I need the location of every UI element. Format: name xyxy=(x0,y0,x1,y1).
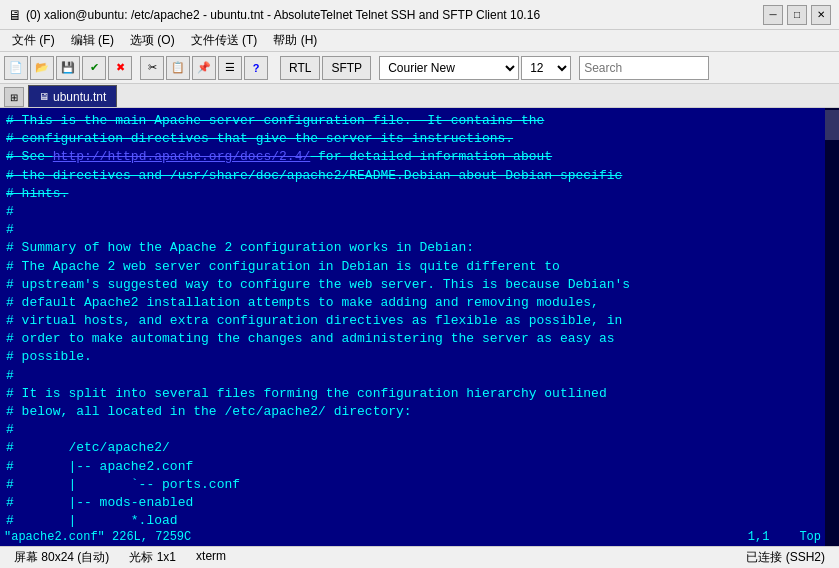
title-bar: 🖥 (0) xalion@ubuntu: /etc/apache2 - ubun… xyxy=(0,0,839,30)
terminal-line: # virtual hosts, and extra configuration… xyxy=(6,312,833,330)
tab-icon: 🖥 xyxy=(39,91,49,102)
close-button[interactable]: ✕ xyxy=(811,5,831,25)
list-button[interactable]: ☰ xyxy=(218,56,242,80)
status-right: 已连接 (SSH2) xyxy=(740,549,831,566)
terminal-line: # xyxy=(6,421,833,439)
connection-status: 已连接 (SSH2) xyxy=(740,549,831,566)
terminal-line: # the directives and /usr/share/doc/apac… xyxy=(6,167,833,185)
vim-position: 1,1 xyxy=(748,530,770,544)
terminal-line: # upstream's suggested way to configure … xyxy=(6,276,833,294)
menu-help[interactable]: 帮助 (H) xyxy=(265,30,325,51)
menu-file[interactable]: 文件 (F) xyxy=(4,30,63,51)
vim-filepath: "apache2.conf" 226L, 7259C xyxy=(4,530,748,544)
terminal-line: # possible. xyxy=(6,348,833,366)
menu-edit[interactable]: 编辑 (E) xyxy=(63,30,122,51)
app-icon: 🖥 xyxy=(8,7,22,23)
terminal-line: # xyxy=(6,203,833,221)
terminal-line: # It is split into several files forming… xyxy=(6,385,833,403)
terminal-line: # xyxy=(6,367,833,385)
screen-info: 屏幕 80x24 (自动) xyxy=(8,549,115,566)
font-selector[interactable]: Courier New xyxy=(379,56,519,80)
tab-grid-button[interactable]: ⊞ xyxy=(4,87,24,107)
terminal-line: # See http://httpd.apache.org/docs/2.4/ … xyxy=(6,148,833,166)
terminal-line: # hints. xyxy=(6,185,833,203)
rtl-button[interactable]: RTL xyxy=(280,56,320,80)
terminal-line: # configuration directives that give the… xyxy=(6,130,833,148)
terminal-line: # below, all located in the /etc/apache2… xyxy=(6,403,833,421)
connect-button[interactable]: ✔ xyxy=(82,56,106,80)
font-size-selector[interactable]: 12 xyxy=(521,56,571,80)
terminal-line: # xyxy=(6,221,833,239)
disconnect-button[interactable]: ✖ xyxy=(108,56,132,80)
scrollbar[interactable] xyxy=(825,108,839,546)
terminal-type: xterm xyxy=(190,549,232,566)
terminal-tab[interactable]: 🖥 ubuntu.tnt xyxy=(28,85,117,107)
tab-bar: ⊞ 🖥 ubuntu.tnt xyxy=(0,84,839,108)
window-controls: ─ □ ✕ xyxy=(763,5,831,25)
terminal-line: # This is the main Apache server configu… xyxy=(6,112,833,130)
minimize-button[interactable]: ─ xyxy=(763,5,783,25)
tab-label: ubuntu.tnt xyxy=(53,90,106,104)
toolbar: 📄 📂 💾 ✔ ✖ ✂ 📋 📌 ☰ ? RTL SFTP Courier New… xyxy=(0,52,839,84)
cut-button[interactable]: ✂ xyxy=(140,56,164,80)
terminal-area[interactable]: # This is the main Apache server configu… xyxy=(0,108,839,546)
menu-bar: 文件 (F) 编辑 (E) 选项 (O) 文件传送 (T) 帮助 (H) xyxy=(0,30,839,52)
terminal-line: # /etc/apache2/ xyxy=(6,439,833,457)
cursor-info: 光标 1x1 xyxy=(123,549,182,566)
terminal-line: # | `-- ports.conf xyxy=(6,476,833,494)
status-left: 屏幕 80x24 (自动) 光标 1x1 xterm xyxy=(8,549,740,566)
apache-docs-link[interactable]: http://httpd.apache.org/docs/2.4/ xyxy=(53,149,310,164)
window-title: (0) xalion@ubuntu: /etc/apache2 - ubuntu… xyxy=(26,8,763,22)
copy-button[interactable]: 📋 xyxy=(166,56,190,80)
menu-transfer[interactable]: 文件传送 (T) xyxy=(183,30,266,51)
terminal-line: # |-- mods-enabled xyxy=(6,494,833,512)
new-button[interactable]: 📄 xyxy=(4,56,28,80)
status-bar: 屏幕 80x24 (自动) 光标 1x1 xterm 已连接 (SSH2) xyxy=(0,546,839,568)
search-input[interactable] xyxy=(579,56,709,80)
terminal-line: # The Apache 2 web server configuration … xyxy=(6,258,833,276)
menu-options[interactable]: 选项 (O) xyxy=(122,30,183,51)
terminal-line: # |-- apache2.conf xyxy=(6,458,833,476)
terminal-line: # default Apache2 installation attempts … xyxy=(6,294,833,312)
vim-scroll: Top xyxy=(799,530,821,544)
open-button[interactable]: 📂 xyxy=(30,56,54,80)
terminal-line: # Summary of how the Apache 2 configurat… xyxy=(6,239,833,257)
terminal-line: # order to make automating the changes a… xyxy=(6,330,833,348)
help-button[interactable]: ? xyxy=(244,56,268,80)
sftp-button[interactable]: SFTP xyxy=(322,56,371,80)
maximize-button[interactable]: □ xyxy=(787,5,807,25)
paste-button[interactable]: 📌 xyxy=(192,56,216,80)
save-button[interactable]: 💾 xyxy=(56,56,80,80)
scrollbar-thumb[interactable] xyxy=(825,110,839,140)
